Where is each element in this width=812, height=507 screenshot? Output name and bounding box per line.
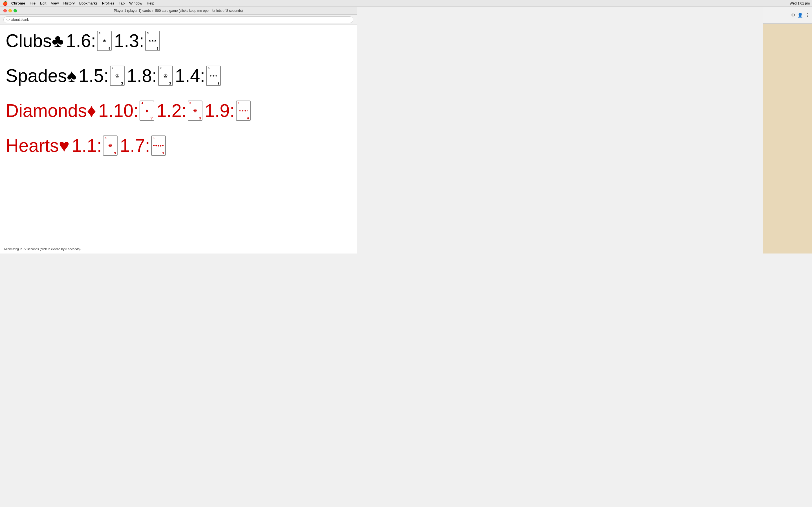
title-bar: Player 1 (player 1) cards in 500 card ga…: [0, 7, 357, 15]
window-title: Player 1 (player 1) cards in 500 card ga…: [114, 9, 243, 13]
menu-tab[interactable]: Tab: [119, 1, 124, 5]
hearts-rank-1: 1.1:: [72, 135, 102, 156]
spades-card-img-1: K ♔ K: [110, 66, 124, 86]
diamonds-label: Diamonds♦: [6, 100, 96, 121]
diamonds-rank-3: 1.9:: [205, 100, 235, 121]
clubs-card-2: 1.3: 3 ♣♣♣ 3: [114, 31, 160, 51]
address-text: about:blank: [11, 18, 29, 22]
maximize-button[interactable]: [13, 9, 17, 12]
hearts-rank-2: 1.7:: [120, 135, 150, 156]
close-button[interactable]: [3, 9, 7, 12]
spades-rank-1: 1.5:: [79, 65, 109, 86]
menu-help[interactable]: Help: [147, 1, 154, 5]
status-bar[interactable]: Minimizing in 72 seconds (click to exten…: [4, 247, 82, 251]
diamonds-card-img-1: A ♦ A: [140, 101, 154, 121]
menu-history[interactable]: History: [63, 1, 74, 5]
hearts-card-2: 1.7: 5 ♥♥ ♥♥ ♥ 5: [120, 135, 166, 156]
spades-rank-2: 1.8:: [127, 65, 157, 86]
menu-profiles[interactable]: Profiles: [102, 1, 114, 5]
menu-view[interactable]: View: [51, 1, 59, 5]
hearts-label: Hearts♥: [6, 135, 70, 156]
spades-section: Spades♠ 1.5: K ♔ K 1.8:: [6, 65, 351, 86]
hearts-card-1: 1.1: K ♚ K: [72, 135, 118, 156]
lock-icon: ⓘ: [6, 17, 10, 22]
clubs-card-1: 1.6: 6 ♣ 6: [66, 31, 112, 51]
diamonds-section: Diamonds♦ 1.10: A ♦ A 1.2:: [6, 100, 351, 121]
status-text: Minimizing in 72 seconds (click to exten…: [4, 247, 82, 251]
hearts-card-img-1: K ♚ K: [103, 135, 117, 156]
hearts-section: Hearts♥ 1.1: K ♚ K 1.7:: [6, 135, 351, 156]
diamonds-rank-2: 1.2:: [156, 100, 187, 121]
clubs-label: Clubs♣: [6, 31, 64, 51]
clubs-card-img-2: 3 ♣♣♣ 3: [145, 31, 160, 51]
spades-card-img-2: K ♔ K: [158, 66, 173, 86]
diamonds-card-1: 1.10: A ♦ A: [98, 100, 154, 121]
hearts-card-img-2: 5 ♥♥ ♥♥ ♥ 5: [151, 135, 166, 156]
minimize-button[interactable]: [8, 9, 12, 12]
spades-label: Spades♠: [6, 65, 77, 86]
spades-card-img-3: 5 ♦♦ ♦♦ ♦ 5: [206, 66, 221, 86]
chrome-window: Player 1 (player 1) cards in 500 card ga…: [0, 7, 357, 253]
clubs-section: Clubs♣ 1.6: 6 ♣ 6 1.3:: [6, 31, 351, 51]
spades-card-1: 1.5: K ♔ K: [79, 65, 124, 86]
menu-window[interactable]: Window: [129, 1, 142, 5]
address-bar-area: ⓘ about:blank: [0, 15, 357, 25]
page-content: Clubs♣ 1.6: 6 ♣ 6 1.3:: [0, 25, 357, 253]
diamonds-card-img-3: 9 ♦♦ ♦♦ ♦♦ 9: [236, 101, 251, 121]
menu-file[interactable]: File: [30, 1, 36, 5]
clubs-rank-2: 1.3:: [114, 31, 144, 51]
spades-rank-3: 1.4:: [175, 65, 205, 86]
menu-chrome[interactable]: Chrome: [11, 1, 25, 5]
apple-menu[interactable]: 🍎: [2, 1, 8, 6]
diamonds-card-2: 1.2: K ♚ K: [156, 100, 202, 121]
menubar: 🍎 Chrome File Edit View History Bookmark…: [0, 0, 406, 7]
spades-card-3: 1.4: 5 ♦♦ ♦♦ ♦ 5: [175, 65, 221, 86]
menu-bookmarks[interactable]: Bookmarks: [79, 1, 98, 5]
diamonds-card-3: 1.9: 9 ♦♦ ♦♦ ♦♦ 9: [205, 100, 251, 121]
diamonds-rank-1: 1.10:: [98, 100, 139, 121]
menu-edit[interactable]: Edit: [40, 1, 46, 5]
address-bar[interactable]: ⓘ about:blank: [3, 16, 353, 23]
diamonds-card-img-2: K ♚ K: [188, 101, 202, 121]
clubs-card-img-1: 6 ♣ 6: [97, 31, 112, 51]
spades-card-2: 1.8: K ♔ K: [127, 65, 173, 86]
clubs-rank-1: 1.6:: [66, 31, 96, 51]
traffic-lights: [3, 9, 17, 12]
